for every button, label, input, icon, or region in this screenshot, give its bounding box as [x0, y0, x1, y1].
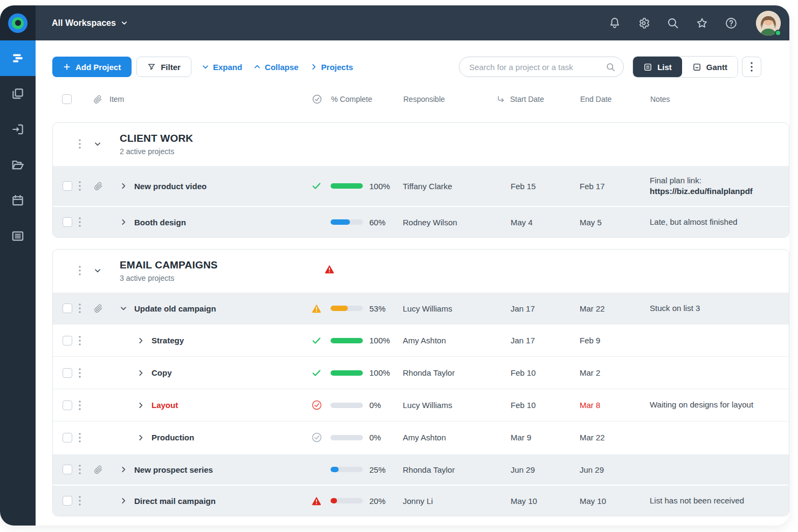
filter-button[interactable]: Filter: [136, 57, 191, 77]
bell-icon[interactable]: [608, 17, 621, 30]
table-row[interactable]: Production 0% Amy Ashton Mar 9 Mar 22: [53, 421, 789, 453]
kebab-menu-icon[interactable]: [79, 217, 81, 227]
row-checkbox[interactable]: [63, 217, 72, 227]
sidebar-item-task-list[interactable]: [0, 218, 36, 254]
chevron-right-icon[interactable]: [137, 402, 145, 409]
task-name[interactable]: Copy: [152, 368, 172, 377]
kebab-menu-icon[interactable]: [79, 465, 81, 474]
kebab-menu-icon[interactable]: [79, 400, 81, 410]
sidebar-item-import[interactable]: [0, 112, 36, 147]
end-date-value: May 10: [570, 496, 640, 506]
kebab-menu-icon[interactable]: [79, 139, 81, 149]
chevron-right-icon: [310, 63, 318, 71]
task-name[interactable]: Strategy: [152, 336, 184, 345]
chevron-right-icon[interactable]: [120, 218, 127, 226]
chevron-right-icon[interactable]: [137, 337, 145, 344]
row-checkbox[interactable]: [63, 181, 72, 191]
note-link[interactable]: https://biz.edu/finalplanpdf: [650, 186, 753, 196]
project-name[interactable]: Update old campaign: [134, 304, 216, 313]
chevron-right-icon[interactable]: [137, 434, 145, 441]
table-row[interactable]: Layout 0% Lucy Williams Feb 10 Mar 8 Wai…: [53, 389, 789, 421]
notes-value: Waiting on designs for layout: [640, 399, 776, 410]
responsible-value: Amy Ashton: [393, 336, 501, 345]
chevron-right-icon[interactable]: [137, 369, 145, 377]
row-checkbox[interactable]: [63, 400, 72, 410]
chevron-down-icon[interactable]: [94, 267, 101, 274]
kebab-menu-icon[interactable]: [79, 336, 81, 346]
row-checkbox[interactable]: [63, 336, 72, 346]
settings-gear-icon[interactable]: [637, 17, 650, 30]
select-all-checkbox[interactable]: [62, 94, 72, 104]
add-project-button[interactable]: Add Project: [52, 57, 132, 77]
row-checkbox[interactable]: [63, 368, 72, 378]
workspace-switcher[interactable]: All Workspaces: [52, 18, 128, 28]
table-row[interactable]: Booth design 60% Rodney Wilson May 4 May…: [53, 206, 789, 237]
table-row[interactable]: New prospect series 25% Rhonda Taylor Ju…: [53, 453, 789, 485]
project-name[interactable]: Direct mail campaign: [134, 496, 216, 506]
boards-icon: [11, 87, 25, 101]
task-name[interactable]: Production: [152, 433, 194, 442]
table-row[interactable]: Direct mail campaign 20% Jonny Li May 10…: [53, 485, 789, 516]
expand-link[interactable]: Expand: [202, 63, 242, 72]
chevron-down-icon: [202, 63, 209, 71]
column-end-date: End Date: [570, 95, 641, 103]
start-date-value: Jan 17: [501, 336, 570, 345]
kebab-menu-icon[interactable]: [79, 496, 81, 506]
table-row[interactable]: Copy 100% Rhonda Taylor Feb 10 Mar 2: [53, 356, 789, 389]
chevron-up-icon: [253, 63, 261, 71]
kebab-menu-icon[interactable]: [79, 266, 81, 275]
help-icon[interactable]: [725, 17, 738, 30]
app-window: All Workspaces: [0, 5, 789, 526]
group-title[interactable]: EMAIL CAMPAIGNS: [120, 259, 776, 271]
sidebar-item-projects-folder[interactable]: [0, 147, 36, 183]
user-avatar[interactable]: [756, 11, 781, 36]
chevron-down-icon[interactable]: [94, 140, 101, 148]
chevron-right-icon[interactable]: [120, 497, 127, 505]
chevron-right-icon[interactable]: [120, 182, 127, 190]
project-name[interactable]: New product video: [134, 182, 207, 191]
start-date-value: Jun 29: [501, 465, 570, 474]
gantt-view-button[interactable]: Gantt: [682, 57, 738, 77]
start-date-value: Feb 10: [501, 400, 570, 410]
column-responsible: Responsible: [394, 95, 501, 103]
table-row[interactable]: Strategy 100% Amy Ashton Jan 17 Feb 9: [53, 324, 789, 356]
kebab-menu-icon[interactable]: [79, 433, 81, 443]
kebab-menu-icon[interactable]: [79, 181, 81, 191]
gantt-view-icon: [692, 63, 701, 72]
search-icon[interactable]: [666, 17, 679, 30]
folder-icon: [11, 158, 25, 172]
search-input[interactable]: [469, 63, 606, 72]
filter-funnel-icon: [147, 63, 156, 71]
chevron-down-icon[interactable]: [120, 305, 127, 312]
app-logo[interactable]: [0, 5, 36, 40]
list-view-button[interactable]: List: [633, 57, 682, 77]
project-name[interactable]: New prospect series: [134, 465, 213, 474]
search-icon[interactable]: [606, 62, 616, 72]
project-name[interactable]: Booth design: [134, 218, 186, 227]
circle-check-gray-icon: [311, 432, 322, 443]
projects-link[interactable]: Projects: [310, 63, 353, 72]
end-date-value: Mar 22: [570, 433, 640, 442]
group-subtitle: 3 active projects: [120, 274, 776, 282]
table-row[interactable]: Update old campaign 53% Lucy Williams Ja…: [53, 292, 789, 324]
star-icon[interactable]: [696, 17, 708, 30]
row-checkbox[interactable]: [63, 496, 72, 506]
sidebar-item-calendar[interactable]: [0, 183, 36, 218]
column-start-date: Start Date: [486, 95, 570, 104]
progress-bar: [331, 498, 363, 503]
more-options-button[interactable]: [742, 57, 761, 77]
collapse-link[interactable]: Collapse: [253, 63, 299, 72]
notes-value: List has not been received: [640, 495, 776, 506]
check-icon: [311, 368, 322, 378]
task-name[interactable]: Layout: [152, 400, 178, 410]
row-checkbox[interactable]: [63, 433, 72, 443]
kebab-menu-icon[interactable]: [79, 303, 81, 313]
group-title[interactable]: CLIENT WORK: [120, 133, 776, 144]
table-row[interactable]: New product video 100% Tiffany Clarke Fe…: [53, 165, 789, 206]
kebab-menu-icon[interactable]: [79, 368, 81, 378]
row-checkbox[interactable]: [63, 465, 72, 474]
sidebar-item-plan-timeline[interactable]: [0, 40, 36, 76]
chevron-right-icon[interactable]: [120, 466, 127, 473]
sidebar-item-boards[interactable]: [0, 76, 36, 112]
row-checkbox[interactable]: [63, 303, 72, 313]
